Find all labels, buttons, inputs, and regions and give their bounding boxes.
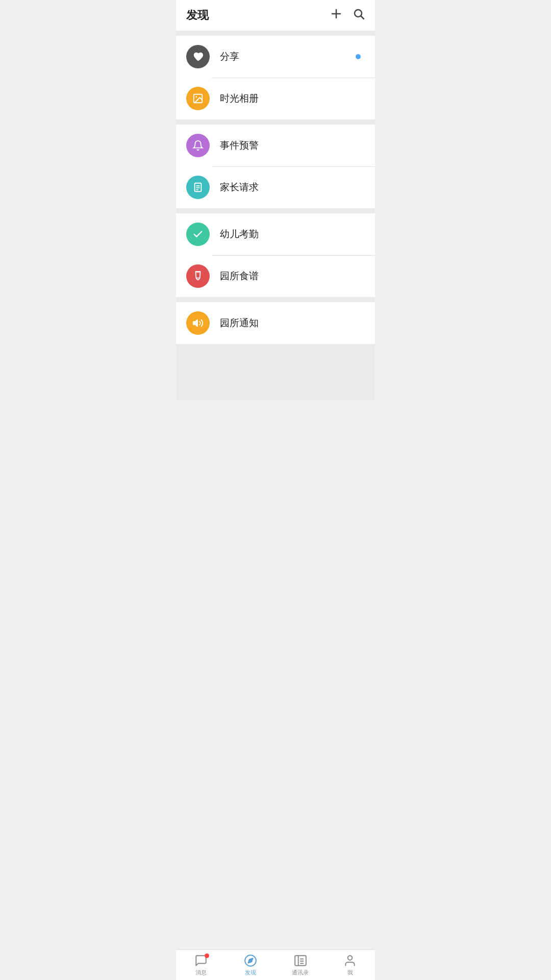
nav-item-contacts[interactable]: 通讯录	[276, 953, 325, 976]
list-group-1: 事件预警 家长请求	[176, 125, 375, 208]
clipboard-icon	[192, 182, 204, 193]
search-icon[interactable]	[353, 8, 365, 23]
svg-rect-14	[295, 955, 306, 966]
bell-icon	[192, 140, 204, 151]
child-attendance-icon-bg	[186, 223, 210, 246]
me-icon-wrap	[342, 953, 358, 968]
compass-icon	[244, 954, 257, 967]
messages-dot	[205, 953, 209, 958]
svg-point-19	[348, 955, 353, 960]
messages-icon-wrap	[193, 953, 209, 968]
list-group-0: 分享 时光相册	[176, 36, 375, 119]
list-group-3: 园所通知	[176, 302, 375, 344]
menu-item-album[interactable]: 时光相册	[176, 78, 375, 119]
page-title: 发现	[186, 8, 209, 23]
content-area: 分享 时光相册 事件	[176, 31, 375, 436]
header-actions	[330, 8, 365, 23]
nav-label-discover: 发现	[245, 969, 256, 976]
share-label: 分享	[220, 50, 356, 63]
garden-notice-label: 园所通知	[220, 316, 365, 330]
header: 发现	[176, 0, 375, 31]
event-warning-label: 事件预警	[220, 139, 365, 152]
nav-label-messages: 消息	[195, 969, 207, 976]
section-divider-3	[176, 297, 375, 302]
contacts-icon-wrap	[292, 953, 309, 968]
garden-notice-icon-bg	[186, 311, 210, 335]
person-icon	[343, 954, 357, 967]
svg-marker-11	[193, 320, 197, 327]
menu-item-parent-request[interactable]: 家长请求	[176, 166, 375, 208]
menu-item-child-attendance[interactable]: 幼儿考勤	[176, 213, 375, 255]
garden-recipe-label: 园所食谱	[220, 270, 365, 283]
event-warning-icon-bg	[186, 134, 210, 157]
svg-marker-13	[248, 958, 253, 963]
menu-item-share[interactable]: 分享	[176, 36, 375, 78]
nav-item-me[interactable]: 我	[325, 953, 375, 976]
garden-recipe-icon-bg	[186, 264, 210, 288]
image-icon	[192, 93, 204, 104]
svg-line-3	[361, 16, 364, 19]
section-divider-0	[176, 31, 375, 36]
list-group-2: 幼儿考勤 园所食谱	[176, 213, 375, 297]
menu-item-garden-notice[interactable]: 园所通知	[176, 302, 375, 344]
parent-request-icon-bg	[186, 176, 210, 199]
section-divider-1	[176, 119, 375, 125]
bottom-gray-area	[176, 349, 375, 400]
svg-rect-10	[196, 272, 199, 273]
menu-item-garden-recipe[interactable]: 园所食谱	[176, 255, 375, 297]
album-label: 时光相册	[220, 92, 365, 105]
bottom-nav: 消息 发现 通讯录	[176, 949, 375, 980]
album-icon-bg	[186, 87, 210, 110]
nav-label-me: 我	[347, 969, 353, 976]
speaker-icon	[192, 317, 204, 329]
section-divider-2	[176, 208, 375, 213]
add-icon[interactable]	[330, 8, 342, 23]
nav-item-discover[interactable]: 发现	[226, 953, 276, 976]
check-icon	[192, 229, 204, 240]
svg-point-5	[195, 96, 197, 97]
section-divider-4	[176, 344, 375, 349]
share-badge	[356, 54, 361, 59]
heart-icon	[192, 51, 204, 62]
contacts-icon	[294, 954, 307, 967]
discover-icon-wrap	[242, 953, 259, 968]
menu-item-event-warning[interactable]: 事件预警	[176, 125, 375, 166]
nav-item-messages[interactable]: 消息	[176, 953, 226, 976]
child-attendance-label: 幼儿考勤	[220, 228, 365, 241]
share-icon-bg	[186, 45, 210, 68]
nav-label-contacts: 通讯录	[292, 969, 309, 976]
cup-icon	[192, 271, 204, 282]
parent-request-label: 家长请求	[220, 181, 365, 194]
